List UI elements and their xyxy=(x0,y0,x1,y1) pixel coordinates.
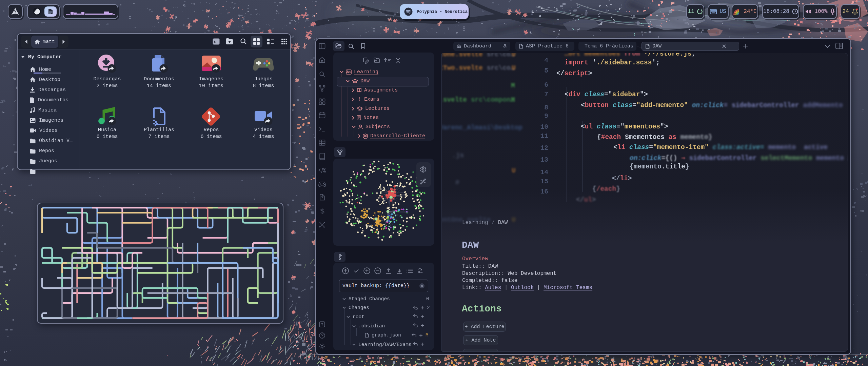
svg-text:$_: $_ xyxy=(214,40,218,44)
